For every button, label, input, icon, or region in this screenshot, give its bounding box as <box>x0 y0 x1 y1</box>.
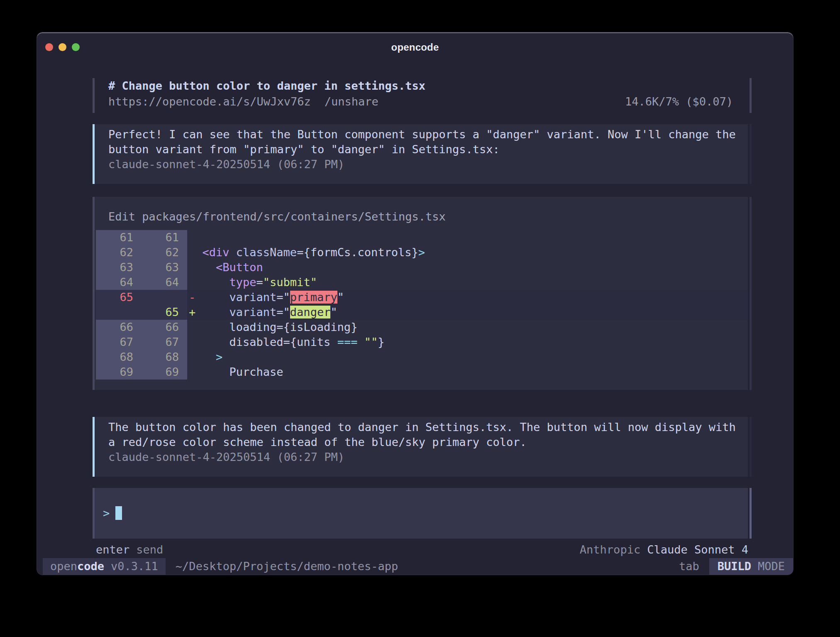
code-line: loading={isLoading} <box>189 320 357 335</box>
code-line: disabled={units === ""} <box>189 335 384 350</box>
working-directory: ~/Desktop/Projects/demo-notes-app <box>176 558 398 575</box>
enter-key-hint: enter <box>96 543 129 557</box>
window-title: opencode <box>37 42 793 53</box>
line-number-old: 69 <box>96 365 142 380</box>
diff-row: 65+ variant="danger" <box>95 305 748 320</box>
line-number-new: 65 <box>142 305 187 320</box>
diff-row: 6363 <Button <box>95 260 748 275</box>
diff-row: 6767 disabled={units === ""} <box>95 335 748 350</box>
mode-indicator: BUILDMODE <box>709 558 793 575</box>
line-number-old: 63 <box>96 260 142 275</box>
line-number-new: 63 <box>142 260 187 275</box>
mode-build-label: BUILD <box>718 560 751 573</box>
line-number-new: 69 <box>142 365 187 380</box>
line-number-new: 66 <box>142 320 187 335</box>
code-line: + variant="danger" <box>189 305 337 320</box>
edit-tool-card: Edit packages/frontend/src/containers/Se… <box>93 197 752 390</box>
session-header: # Change button color to danger in setti… <box>93 78 752 113</box>
line-number-new: 68 <box>142 350 187 365</box>
message-model-timestamp: claude-sonnet-4-20250514 (06:27 PM) <box>108 450 748 465</box>
send-action-hint: send <box>136 543 163 557</box>
diff-row: 6161 <box>95 230 748 245</box>
line-number-new: 67 <box>142 335 187 350</box>
diff-rows: 61616262 <div className={formCs.controls… <box>95 230 748 380</box>
prompt-input[interactable]: > <box>93 488 752 539</box>
line-number-new: 64 <box>142 275 187 290</box>
line-number-old: 68 <box>96 350 142 365</box>
line-number-old: 67 <box>96 335 142 350</box>
message-text: Perfect! I can see that the Button compo… <box>108 127 748 142</box>
session-title: # Change button color to danger in setti… <box>95 78 748 94</box>
share-url[interactable]: https://opencode.ai/s/UwJxv76z <box>108 94 311 110</box>
code-line: type="submit" <box>189 275 317 290</box>
line-number-new <box>142 290 187 305</box>
diff-row: 6262 <div className={formCs.controls}> <box>95 245 748 260</box>
app-name-open: open <box>50 560 77 573</box>
line-number-new: 62 <box>142 245 187 260</box>
model-name: Claude Sonnet 4 <box>647 543 748 557</box>
diff-row: 6464 type="submit" <box>95 275 748 290</box>
assistant-message: Perfect! I can see that the Button compo… <box>93 124 752 184</box>
line-number-old <box>96 305 142 320</box>
line-number-old: 66 <box>96 320 142 335</box>
hint-row: enter send Anthropic Claude Sonnet 4 <box>93 543 752 557</box>
line-number-new: 61 <box>142 230 187 245</box>
titlebar: opencode <box>37 32 793 61</box>
unshare-command: /unshare <box>325 94 378 110</box>
app-name-code: code <box>77 560 104 573</box>
edit-right-border <box>750 197 752 390</box>
text-cursor <box>115 506 122 520</box>
header-right-border <box>750 78 752 113</box>
opencode-window: opencode # Change button color to danger… <box>37 32 794 575</box>
code-line: <div className={formCs.controls}> <box>189 245 425 260</box>
line-number-old: 62 <box>96 245 142 260</box>
message-text: The button color has been changed to dan… <box>108 420 748 435</box>
code-line: > <box>189 350 222 365</box>
input-right-border <box>750 488 752 539</box>
app-version-segment: opencodev0.3.11 <box>43 558 166 575</box>
edit-file-path: Edit packages/frontend/src/containers/Se… <box>95 209 748 224</box>
token-usage: 14.6K/7% ($0.07) <box>625 94 733 110</box>
diff-row: 6969 Purchase <box>95 365 748 380</box>
message-model-timestamp: claude-sonnet-4-20250514 (06:27 PM) <box>108 157 748 172</box>
diff-row: 6666 loading={isLoading} <box>95 320 748 335</box>
line-number-old: 64 <box>96 275 142 290</box>
code-line: <Button <box>189 260 263 275</box>
message-text: a red/rose color scheme instead of the b… <box>108 435 748 450</box>
diff-row: 65- variant="primary" <box>95 290 748 305</box>
tab-key-hint: tab <box>679 558 699 575</box>
diff-row: 6868 > <box>95 350 748 365</box>
message-right-border <box>750 124 752 184</box>
line-number-old: 65 <box>96 290 142 305</box>
code-line: Purchase <box>189 365 283 380</box>
assistant-message: The button color has been changed to dan… <box>93 417 752 477</box>
statusbar: opencodev0.3.11 ~/Desktop/Projects/demo-… <box>37 558 793 575</box>
mode-word-label: MODE <box>758 560 785 573</box>
prompt-character: > <box>103 507 110 519</box>
code-line: - variant="primary" <box>189 290 344 305</box>
provider-name: Anthropic <box>580 543 640 557</box>
app-version: v0.3.11 <box>111 560 158 573</box>
line-number-old: 61 <box>96 230 142 245</box>
message-text: button variant from "primary" to "danger… <box>108 142 748 157</box>
message-right-border <box>750 417 752 477</box>
